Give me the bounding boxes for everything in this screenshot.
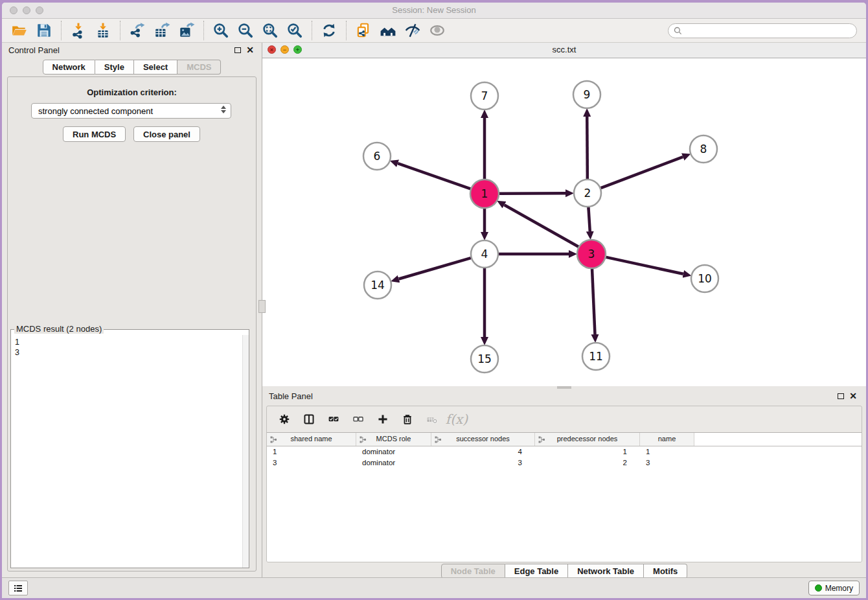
delete-table-button[interactable] <box>422 410 442 429</box>
result-scrollbar[interactable] <box>242 335 249 568</box>
edge-2-9[interactable] <box>587 117 588 179</box>
node-4[interactable]: 4 <box>471 240 498 268</box>
plus-icon <box>377 412 389 426</box>
node-10[interactable]: 10 <box>691 265 718 292</box>
zoom-fit-button[interactable] <box>260 20 280 41</box>
column-header-mcds-role[interactable]: MCDS role <box>356 433 431 446</box>
tab-node-table[interactable]: Node Table <box>441 564 505 579</box>
svg-text:6: 6 <box>374 150 381 163</box>
network-canvas[interactable]: 7968124314101511 <box>262 58 866 386</box>
table-row-2[interactable]: 3dominator323 <box>267 457 862 468</box>
tab-style[interactable]: Style <box>95 60 134 75</box>
svg-text:1: 1 <box>481 187 488 200</box>
houses-icon <box>380 22 396 39</box>
edge-1-2[interactable] <box>499 193 565 194</box>
cell-mcds-role[interactable]: dominator <box>356 446 431 457</box>
node-8[interactable]: 8 <box>690 135 717 163</box>
table-settings-button[interactable] <box>275 410 294 429</box>
open-session-button[interactable] <box>9 20 30 41</box>
memory-button[interactable]: Memory <box>808 581 860 595</box>
node-1[interactable]: 1 <box>470 179 499 208</box>
cell-shared-name[interactable]: 3 <box>267 457 356 468</box>
zoom-out-icon <box>237 22 254 39</box>
eye-disabled-icon <box>429 22 446 39</box>
export-image-icon <box>178 22 195 39</box>
mcds-result-text[interactable]: 1 3 <box>11 335 249 360</box>
memory-label: Memory <box>825 584 853 593</box>
run-mcds-button[interactable]: Run MCDS <box>63 126 126 142</box>
import-table-button[interactable] <box>93 20 113 41</box>
panel-splitter-handle[interactable] <box>258 300 266 313</box>
edge-2-3[interactable] <box>588 207 589 231</box>
node-14[interactable]: 14 <box>364 271 391 299</box>
column-header-successor-nodes[interactable]: successor nodes <box>431 433 535 446</box>
edge-1-6[interactable] <box>398 163 470 189</box>
zoom-out-button[interactable] <box>235 20 256 41</box>
network-overview-button[interactable] <box>378 20 398 41</box>
column-header-predecessor-nodes[interactable]: predecessor nodes <box>535 433 640 446</box>
birds-eye-view-button[interactable] <box>427 20 448 41</box>
export-image-button[interactable] <box>176 20 197 41</box>
add-column-button[interactable] <box>373 410 393 429</box>
cell-successor-nodes[interactable]: 3 <box>431 457 535 468</box>
tab-edge-table[interactable]: Edge Table <box>505 564 568 579</box>
zoom-fit-icon <box>262 22 279 39</box>
export-network-button[interactable] <box>127 20 148 41</box>
column-layout-button[interactable] <box>299 410 319 429</box>
select-stepper-icon <box>221 106 226 113</box>
table-row-1[interactable]: 1dominator411 <box>267 446 862 457</box>
cell-predecessor-nodes[interactable]: 1 <box>535 446 640 457</box>
node-15[interactable]: 15 <box>471 345 498 373</box>
tab-network-table[interactable]: Network Table <box>568 564 644 579</box>
select-all-button[interactable] <box>324 410 343 429</box>
edge-2-8[interactable] <box>601 157 683 188</box>
zoom-in-button[interactable] <box>211 20 231 41</box>
tab-mcds[interactable]: MCDS <box>177 60 221 75</box>
deselect-all-button[interactable] <box>348 410 368 429</box>
window-title: Session: New Session <box>2 5 866 15</box>
search-input[interactable] <box>685 26 851 36</box>
edge-4-14[interactable] <box>399 258 471 279</box>
node-2[interactable]: 2 <box>574 179 601 207</box>
cell-predecessor-nodes[interactable]: 2 <box>535 457 640 468</box>
float-panel-icon[interactable] <box>234 47 241 53</box>
node-7[interactable]: 7 <box>471 82 498 110</box>
cell-successor-nodes[interactable]: 4 <box>431 446 535 457</box>
main-toolbar <box>2 19 866 43</box>
edge-3-10[interactable] <box>606 257 683 274</box>
refresh-button[interactable] <box>319 20 339 41</box>
node-3[interactable]: 3 <box>577 240 606 268</box>
delete-column-button[interactable] <box>398 410 417 429</box>
close-panel-icon[interactable]: ✕ <box>246 45 254 55</box>
export-table-button[interactable] <box>152 20 172 41</box>
tab-motifs[interactable]: Motifs <box>644 564 687 579</box>
node-6[interactable]: 6 <box>363 143 391 170</box>
edge-3-11[interactable] <box>592 269 595 334</box>
node-9[interactable]: 9 <box>573 81 600 108</box>
float-table-panel-icon[interactable] <box>838 393 844 399</box>
status-bar: Memory <box>2 577 866 598</box>
close-table-panel-icon[interactable]: ✕ <box>849 391 857 401</box>
optimization-select[interactable]: strongly connected component <box>31 103 231 119</box>
cell-name[interactable]: 3 <box>640 457 694 468</box>
tab-select[interactable]: Select <box>134 60 177 75</box>
toolbar-separator <box>346 21 347 40</box>
hide-graphics-details-button[interactable] <box>402 20 423 41</box>
duplicate-network-button[interactable] <box>353 20 374 41</box>
save-session-button[interactable] <box>34 20 54 41</box>
column-header-shared-name[interactable]: shared name <box>267 433 356 446</box>
cell-shared-name[interactable]: 1 <box>267 446 356 457</box>
zoom-selected-button[interactable] <box>284 20 305 41</box>
import-network-button[interactable] <box>68 20 89 41</box>
close-panel-button[interactable]: Close panel <box>133 126 200 142</box>
memory-status-icon <box>815 584 822 592</box>
column-header-name[interactable]: name <box>640 433 694 446</box>
cell-name[interactable]: 1 <box>640 446 694 457</box>
cell-mcds-role[interactable]: dominator <box>356 457 431 468</box>
function-builder-button[interactable]: f(x) <box>447 410 466 429</box>
task-history-button[interactable] <box>8 581 28 595</box>
tab-network[interactable]: Network <box>43 60 95 75</box>
edge-3-1[interactable] <box>504 205 578 247</box>
node-11[interactable]: 11 <box>582 343 610 370</box>
network-window-title: scc.txt <box>262 45 866 54</box>
